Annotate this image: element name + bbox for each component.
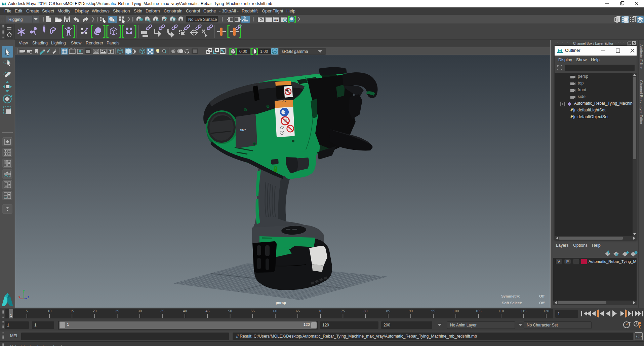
- svg-text:10: 10: [47, 309, 51, 313]
- svg-text:y: y: [23, 289, 25, 292]
- svg-text:30: 30: [138, 309, 142, 313]
- svg-text:0.00: 0.00: [239, 49, 247, 54]
- svg-text:50: 50: [228, 309, 232, 313]
- svg-text:5: 5: [26, 309, 28, 313]
- svg-text:No Live Surface: No Live Surface: [188, 17, 217, 22]
- svg-text:25: 25: [115, 309, 119, 313]
- svg-text:110: 110: [498, 309, 504, 313]
- svg-text:x: x: [18, 295, 21, 299]
- svg-text:20: 20: [93, 309, 97, 313]
- svg-text:85: 85: [386, 309, 390, 313]
- svg-text:120: 120: [543, 309, 549, 313]
- svg-text:Off: Off: [539, 301, 545, 305]
- svg-text:ON: ON: [273, 50, 277, 53]
- svg-text:115: 115: [521, 309, 526, 313]
- svg-text:55: 55: [251, 309, 255, 313]
- svg-text:Symmetry:: Symmetry:: [501, 294, 520, 298]
- svg-text:60: 60: [273, 309, 277, 313]
- svg-text:1.00: 1.00: [260, 49, 268, 54]
- svg-text:70: 70: [318, 309, 322, 313]
- svg-text:15: 15: [70, 309, 74, 313]
- svg-text:100: 100: [453, 309, 459, 313]
- svg-text:18V⊧: 18V⊧: [240, 128, 246, 132]
- svg-text:80: 80: [364, 309, 368, 313]
- svg-text:persp: persp: [276, 301, 286, 305]
- svg-text:z: z: [28, 295, 29, 299]
- svg-text:Off: Off: [539, 294, 545, 298]
- svg-text:sRGB gamma: sRGB gamma: [282, 49, 308, 54]
- svg-text:40: 40: [183, 309, 187, 313]
- svg-text:Soft Select:: Soft Select:: [502, 301, 522, 305]
- svg-text:95: 95: [431, 309, 435, 313]
- svg-text:IPR: IPR: [274, 19, 278, 22]
- svg-text:35: 35: [160, 309, 164, 313]
- svg-text:T: T: [110, 50, 112, 54]
- svg-text:90: 90: [409, 309, 413, 313]
- svg-text:Rigging: Rigging: [8, 17, 23, 22]
- svg-text:45: 45: [206, 309, 210, 313]
- svg-text:65: 65: [296, 309, 300, 313]
- svg-text:75: 75: [341, 309, 345, 313]
- svg-text:105: 105: [476, 309, 482, 313]
- svg-text:{;}: {;}: [636, 335, 642, 339]
